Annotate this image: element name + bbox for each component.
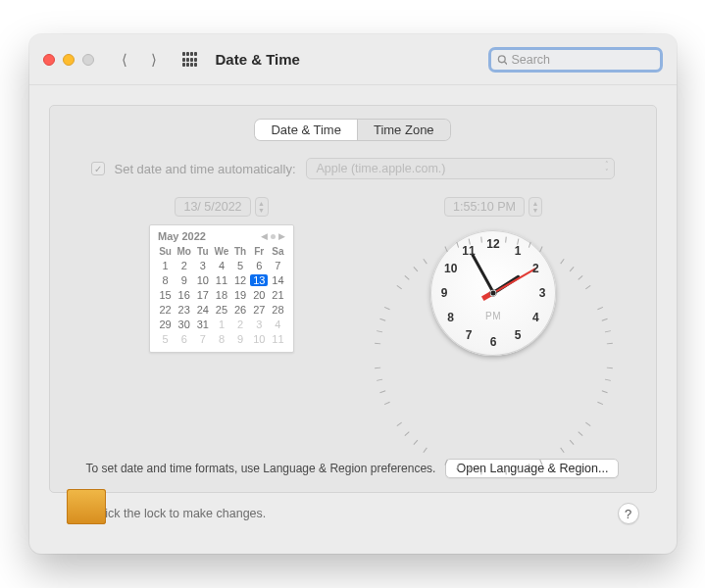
calendar-day[interactable]: 11 xyxy=(212,272,230,287)
calendar-day[interactable]: 16 xyxy=(175,287,193,302)
calendar-day[interactable]: 4 xyxy=(269,317,287,331)
calendar-day[interactable]: 24 xyxy=(193,302,212,317)
calendar-day[interactable]: 19 xyxy=(231,287,250,302)
nav-buttons: ⟨ ⟩ xyxy=(112,48,167,72)
show-all-button[interactable] xyxy=(178,48,202,72)
calendar-day[interactable]: 1 xyxy=(212,317,230,331)
auto-set-checkbox[interactable]: ✓ xyxy=(91,162,105,175)
calendar-day[interactable]: 14 xyxy=(269,272,287,287)
calendar[interactable]: May 2022 ◀ ▶ SuMoTuWeThFrSa 123456789101… xyxy=(149,224,294,353)
clock-minute-hand xyxy=(470,253,494,294)
date-column: 13/ 5/2022 ▲▼ May 2022 ◀ ▶ xyxy=(149,197,294,356)
help-button[interactable]: ? xyxy=(618,503,639,524)
clock-numeral: 8 xyxy=(447,311,454,324)
date-stepper[interactable]: ▲▼ xyxy=(255,197,269,217)
search-field[interactable] xyxy=(488,47,663,73)
calendar-day[interactable]: 4 xyxy=(212,258,230,272)
calendar-day[interactable]: 3 xyxy=(193,258,212,272)
clock-numeral: 9 xyxy=(441,286,448,300)
calendar-day[interactable]: 15 xyxy=(156,287,175,302)
calendar-day[interactable]: 29 xyxy=(156,317,175,331)
calendar-month-label: May 2022 xyxy=(158,230,206,242)
calendar-weekday: Sa xyxy=(269,245,287,258)
calendar-day[interactable]: 6 xyxy=(250,258,269,272)
back-button[interactable]: ⟨ xyxy=(112,48,137,72)
calendar-day[interactable]: 10 xyxy=(193,272,212,287)
toolbar: ⟨ ⟩ Date & Time xyxy=(29,34,677,85)
calendar-weekday: Tu xyxy=(193,245,212,258)
lock-icon[interactable] xyxy=(67,503,84,524)
date-field[interactable]: 13/ 5/2022 xyxy=(175,197,250,217)
calendar-weekday: We xyxy=(212,245,230,258)
calendar-day[interactable]: 9 xyxy=(175,272,193,287)
calendar-today-icon[interactable] xyxy=(271,234,276,239)
calendar-day[interactable]: 5 xyxy=(156,331,175,346)
lock-hint-text: Click the lock to make changes. xyxy=(94,507,267,520)
calendar-grid: SuMoTuWeThFrSa 1234567891011121314151617… xyxy=(156,245,287,346)
minimize-window-button[interactable] xyxy=(63,54,75,66)
calendar-day[interactable]: 11 xyxy=(269,331,287,346)
forward-button: ⟩ xyxy=(141,48,167,72)
analog-clock: PM 121234567891011 xyxy=(430,230,556,356)
calendar-next-icon[interactable]: ▶ xyxy=(278,231,285,241)
calendar-day[interactable]: 2 xyxy=(231,317,250,331)
calendar-day[interactable]: 28 xyxy=(269,302,287,317)
open-language-region-button[interactable]: Open Language & Region... xyxy=(445,459,619,478)
tab-time-zone[interactable]: Time Zone xyxy=(358,120,450,140)
calendar-nav[interactable]: ◀ ▶ xyxy=(261,231,285,241)
calendar-day[interactable]: 27 xyxy=(250,302,269,317)
format-hint-text: To set date and time formats, use Langua… xyxy=(86,462,436,475)
calendar-day[interactable]: 6 xyxy=(175,331,193,346)
calendar-day[interactable]: 7 xyxy=(269,258,287,272)
calendar-day[interactable]: 3 xyxy=(250,317,269,331)
auto-set-row: ✓ Set date and time automatically: Apple… xyxy=(68,158,638,197)
calendar-day[interactable]: 17 xyxy=(193,287,212,302)
calendar-day[interactable]: 8 xyxy=(212,331,230,346)
time-server-select[interactable]: Apple (time.apple.com.) ˄˅ xyxy=(306,158,615,179)
auto-set-label: Set date and time automatically: xyxy=(115,162,296,176)
time-stepper[interactable]: ▲▼ xyxy=(529,197,542,217)
clock-numeral: 2 xyxy=(532,262,539,275)
format-row: To set date and time formats, use Langua… xyxy=(68,449,638,478)
calendar-prev-icon[interactable]: ◀ xyxy=(261,231,268,241)
clock-second-hand xyxy=(493,268,536,293)
clock-numeral: 7 xyxy=(466,328,473,342)
chevron-updown-icon: ˄˅ xyxy=(605,161,608,176)
calendar-day[interactable]: 7 xyxy=(193,331,212,346)
calendar-day[interactable]: 2 xyxy=(175,258,193,272)
time-column: 1:55:10 PM ▲▼ PM 121234567891011 xyxy=(430,197,556,356)
clock-ampm-label: PM xyxy=(485,311,501,321)
preferences-window: ⟨ ⟩ Date & Time Date & Time Time Zone ✓ … xyxy=(29,34,677,554)
calendar-day[interactable]: 22 xyxy=(156,302,175,317)
close-window-button[interactable] xyxy=(43,54,55,66)
grid-icon xyxy=(182,52,197,67)
window-title: Date & Time xyxy=(216,51,300,68)
calendar-day[interactable]: 18 xyxy=(212,287,230,302)
calendar-day[interactable]: 9 xyxy=(231,331,250,346)
search-icon xyxy=(497,54,508,66)
clock-numeral: 11 xyxy=(462,244,475,258)
calendar-day[interactable]: 8 xyxy=(156,272,175,287)
date-field-group: 13/ 5/2022 ▲▼ xyxy=(175,197,268,217)
clock-numeral: 1 xyxy=(515,244,522,258)
content-panel: Date & Time Time Zone ✓ Set date and tim… xyxy=(49,105,657,493)
calendar-day[interactable]: 25 xyxy=(212,302,230,317)
calendar-day[interactable]: 30 xyxy=(175,317,193,331)
calendar-day[interactable]: 5 xyxy=(231,258,250,272)
window-controls xyxy=(43,54,94,66)
calendar-day[interactable]: 21 xyxy=(269,287,287,302)
calendar-day[interactable]: 10 xyxy=(250,331,269,346)
calendar-day[interactable]: 23 xyxy=(175,302,193,317)
time-server-value: Apple (time.apple.com.) xyxy=(317,162,446,175)
tab-date-time[interactable]: Date & Time xyxy=(255,120,358,140)
calendar-day[interactable]: 13 xyxy=(250,272,269,287)
calendar-day[interactable]: 20 xyxy=(250,287,269,302)
search-input[interactable] xyxy=(511,53,653,67)
calendar-day[interactable]: 1 xyxy=(156,258,175,272)
calendar-day[interactable]: 31 xyxy=(193,317,212,331)
calendar-weekday: Su xyxy=(156,245,175,258)
clock-numeral: 4 xyxy=(532,311,539,324)
calendar-day[interactable]: 26 xyxy=(231,302,250,317)
time-field[interactable]: 1:55:10 PM xyxy=(444,197,525,217)
calendar-day[interactable]: 12 xyxy=(231,272,250,287)
